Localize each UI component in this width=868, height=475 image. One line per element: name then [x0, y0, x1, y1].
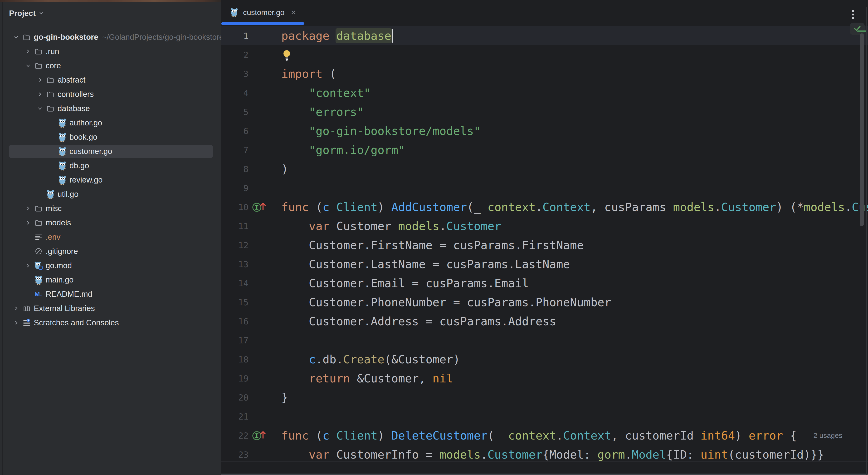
inspections-ok-widget[interactable]: [850, 23, 865, 35]
code-line-18[interactable]: 18 c.db.Create(&Customer): [221, 350, 868, 369]
tree-item--gitignore[interactable]: .gitignore: [0, 244, 221, 259]
line-number: 18: [221, 355, 249, 364]
scratches-icon: [22, 318, 32, 328]
code-line-12[interactable]: 12 Customer.FirstName = cusParams.FirstN…: [221, 236, 868, 255]
gutter-space: [249, 312, 279, 331]
tree-item-label: controllers: [58, 90, 94, 99]
code-editor[interactable]: 1package database23import (4 "context"5 …: [221, 25, 868, 475]
tree-item-label: .run: [46, 47, 59, 56]
tab-close-icon[interactable]: ✕: [290, 8, 296, 17]
horizontal-scrollbar-track[interactable]: [221, 474, 868, 475]
code-text: [279, 331, 868, 350]
folder-icon: [33, 46, 44, 57]
tree-item-label: models: [46, 218, 71, 227]
line-number: 1: [221, 31, 249, 41]
chevron-down-icon[interactable]: [23, 60, 33, 71]
chevron-right-icon[interactable]: [34, 89, 45, 100]
line-number: 12: [221, 240, 249, 250]
line-number: 15: [221, 297, 249, 307]
tree-item-label: main.go: [46, 275, 73, 285]
tree-item-book-go[interactable]: book.go: [0, 130, 221, 144]
chevron-down-icon[interactable]: [34, 103, 45, 114]
code-line-14[interactable]: 14 Customer.Email = cusParams.Email: [221, 274, 868, 293]
tree-item-models[interactable]: models: [0, 216, 221, 230]
tree-item-review-go[interactable]: review.go: [0, 173, 221, 187]
code-line-21[interactable]: 21: [221, 407, 868, 426]
line-number: 20: [221, 393, 249, 403]
code-line-6[interactable]: 6 "go-gin-bookstore/models": [221, 121, 868, 140]
tree-item-scratches-and-consoles[interactable]: Scratches and Consoles: [0, 316, 221, 330]
folder-icon: [22, 32, 32, 42]
chevron-right-icon[interactable]: [23, 217, 33, 228]
code-line-7[interactable]: 7 "gorm.io/gorm": [221, 140, 868, 159]
tree-item-go-mod[interactable]: go.mod: [0, 259, 221, 273]
tree-item-main-go[interactable]: main.go: [0, 273, 221, 287]
line-number: 22: [221, 431, 249, 441]
chevron-right-icon[interactable]: [23, 203, 33, 214]
tree-item-label: abstract: [58, 76, 85, 85]
chevron-right-icon[interactable]: [34, 75, 45, 85]
code-text: return &Customer, nil: [279, 369, 868, 388]
go-gopher-icon: [230, 7, 238, 18]
tree-item-controllers[interactable]: controllers: [0, 87, 221, 101]
gitignore-icon: [33, 246, 44, 257]
tree-item-abstract[interactable]: abstract: [0, 73, 221, 87]
chevron-down-icon[interactable]: [11, 32, 22, 42]
line-number: 7: [221, 145, 249, 155]
chevron-right-icon[interactable]: [11, 318, 22, 328]
code-line-5[interactable]: 5 "errors": [221, 102, 868, 121]
code-line-20[interactable]: 20}: [221, 388, 868, 407]
chevron-right-icon[interactable]: [23, 260, 33, 271]
code-line-16[interactable]: 16 Customer.Address = cusParams.Address: [221, 312, 868, 331]
tree-item-customer-go[interactable]: customer.go: [0, 144, 221, 158]
check-icon: [853, 24, 862, 34]
chevron-right-icon[interactable]: [23, 46, 33, 57]
project-tree: go-gin-bookstore~/GolandProjects/go-gin-…: [0, 30, 221, 330]
usages-inlay-hint[interactable]: 2 usages: [813, 432, 842, 439]
text-caret: [392, 29, 393, 42]
code-line-1[interactable]: 1package database: [221, 26, 868, 45]
code-line-3[interactable]: 3import (: [221, 64, 868, 83]
code-line-22[interactable]: 22func (c Client) DeleteCustomer(_ conte…: [221, 426, 868, 445]
tree-item-database[interactable]: database: [0, 101, 221, 116]
go-icon: [57, 175, 67, 185]
tree-item--run[interactable]: .run: [0, 44, 221, 59]
chevron-right-icon[interactable]: [11, 303, 22, 314]
tree-item-author-go[interactable]: author.go: [0, 116, 221, 130]
code-line-19[interactable]: 19 return &Customer, nil: [221, 369, 868, 388]
code-line-4[interactable]: 4 "context": [221, 83, 868, 102]
tree-item-db-go[interactable]: db.go: [0, 158, 221, 173]
code-line-10[interactable]: 10func (c Client) AddCustomer(_ context.…: [221, 198, 868, 216]
tree-item-label: book.go: [69, 132, 97, 142]
editor-options-menu-icon[interactable]: [852, 9, 854, 22]
tree-item-misc[interactable]: misc: [0, 201, 221, 216]
implements-interface-gutter-icon[interactable]: [249, 426, 279, 445]
gutter-space: [249, 388, 279, 407]
code-line-8[interactable]: 8): [221, 159, 868, 178]
project-view-selector[interactable]: Project: [9, 8, 44, 19]
line-number: 17: [221, 335, 249, 345]
code-line-13[interactable]: 13 Customer.LastName = cusParams.LastNam…: [221, 255, 868, 274]
tree-item-label: database: [58, 104, 90, 113]
tree-item-util-go[interactable]: util.go: [0, 187, 221, 201]
implements-interface-gutter-icon[interactable]: [249, 198, 279, 216]
tree-item-readme-md[interactable]: M↓README.md: [0, 287, 221, 301]
tab-customer-go[interactable]: customer.go ✕: [221, 0, 296, 25]
folder-icon: [33, 60, 44, 71]
tree-item-label: customer.go: [69, 147, 112, 156]
code-lines: 1package database23import (4 "context"5 …: [221, 26, 868, 464]
vertical-scrollbar-thumb[interactable]: [860, 33, 864, 226]
code-line-17[interactable]: 17: [221, 331, 868, 350]
desktop-wallpaper-sliver: [0, 0, 221, 2]
code-line-9[interactable]: 9: [221, 178, 868, 198]
code-line-11[interactable]: 11 var Customer models.Customer: [221, 216, 868, 236]
code-line-2[interactable]: 2: [221, 45, 868, 64]
code-text: [279, 178, 868, 198]
chevron-spacer: [46, 146, 57, 157]
tree-item-external-libraries[interactable]: External Libraries: [0, 301, 221, 316]
tree-item-go-gin-bookstore[interactable]: go-gin-bookstore~/GolandProjects/go-gin-…: [0, 30, 221, 44]
line-number: 3: [221, 69, 249, 79]
tree-item--env[interactable]: .env: [0, 230, 221, 244]
tree-item-core[interactable]: core: [0, 59, 221, 73]
code-line-15[interactable]: 15 Customer.PhoneNumber = cusParams.Phon…: [221, 293, 868, 312]
